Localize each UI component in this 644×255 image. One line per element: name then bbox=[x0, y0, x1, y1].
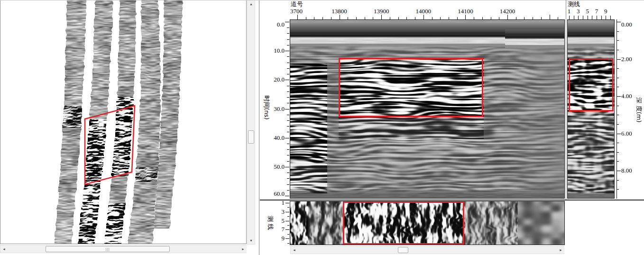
axis-tick bbox=[617, 161, 619, 162]
axis-tick bbox=[465, 15, 466, 19]
axis-tick bbox=[588, 16, 588, 19]
axis-tick bbox=[287, 173, 289, 173]
axis-tick bbox=[617, 115, 619, 115]
tick-label: 50.0 bbox=[264, 164, 285, 170]
map-vertical-scrollbar[interactable]: ▲ ▼ bbox=[247, 0, 255, 245]
axis-tick bbox=[617, 22, 621, 22]
slice-scroll-left-button[interactable]: ◄ bbox=[291, 246, 298, 254]
trace-axis-title: 道号 bbox=[291, 1, 303, 8]
axis-tick bbox=[287, 132, 289, 132]
axis-tick bbox=[287, 103, 289, 103]
axis-tick bbox=[287, 207, 289, 208]
axis-tick bbox=[285, 212, 289, 212]
scroll-left-button[interactable]: ◄ bbox=[0, 246, 8, 253]
axis-tick bbox=[550, 15, 550, 19]
axis-tick bbox=[285, 203, 289, 203]
axis-tick bbox=[617, 31, 619, 32]
scroll-right-icon: ► bbox=[241, 247, 245, 251]
axis-tick bbox=[285, 221, 289, 221]
cross-section-canvas[interactable] bbox=[567, 19, 615, 199]
axis-tick bbox=[287, 74, 289, 74]
axis-tick bbox=[287, 56, 289, 57]
axis-tick bbox=[287, 27, 289, 28]
scroll-left-icon: ◄ bbox=[2, 247, 6, 251]
axis-tick bbox=[285, 109, 289, 109]
axis-tick bbox=[297, 15, 298, 19]
axis-tick bbox=[507, 15, 508, 19]
axis-tick bbox=[606, 16, 606, 19]
axis-tick bbox=[617, 189, 619, 190]
tick-label: 0.0 bbox=[264, 21, 285, 28]
axis-tick bbox=[574, 16, 574, 19]
axis-tick bbox=[287, 120, 289, 121]
slice-section-canvas[interactable] bbox=[290, 201, 565, 245]
axis-tick bbox=[617, 87, 619, 87]
slice-hscrollbar-thumb[interactable] bbox=[398, 247, 408, 253]
axis-tick bbox=[287, 97, 289, 98]
axis-tick bbox=[583, 16, 583, 19]
axis-tick bbox=[287, 33, 289, 34]
axis-tick bbox=[381, 15, 382, 19]
axis-tick bbox=[287, 45, 289, 46]
axis-tick bbox=[287, 234, 289, 235]
axis-tick bbox=[287, 86, 289, 86]
scroll-up-icon: ▲ bbox=[249, 2, 253, 6]
slice-horizontal-scrollbar[interactable]: ◄ ► bbox=[290, 246, 564, 254]
plan-map-view[interactable] bbox=[0, 0, 247, 244]
map-vscrollbar-thumb[interactable] bbox=[248, 130, 254, 144]
axis-tick bbox=[617, 152, 619, 153]
scroll-down-button[interactable]: ▼ bbox=[248, 237, 255, 244]
scrollbar-grip-icon: ||| bbox=[105, 247, 110, 251]
axis-tick bbox=[617, 59, 621, 60]
tick-label: 2.00 bbox=[621, 56, 632, 63]
axis-tick bbox=[287, 216, 289, 217]
map-horizontal-scrollbar[interactable]: ◄ ||| ► bbox=[0, 245, 247, 253]
tick-label: 6.00 bbox=[621, 130, 632, 137]
axis-tick bbox=[287, 68, 289, 69]
depth-axis-line bbox=[616, 19, 617, 199]
app-window: ▲ ▼ ◄ ||| ► 道号 3700138001390014000141001… bbox=[0, 0, 644, 255]
axis-tick bbox=[601, 16, 602, 19]
main-section-canvas[interactable] bbox=[290, 19, 565, 199]
axis-tick bbox=[617, 180, 619, 181]
axis-tick bbox=[287, 91, 289, 92]
axis-tick bbox=[617, 106, 619, 106]
axis-tick bbox=[592, 16, 592, 19]
scroll-left-icon: ◄ bbox=[293, 248, 296, 252]
tick-label: 14000 bbox=[409, 8, 438, 15]
axis-tick bbox=[287, 243, 289, 244]
map-hscrollbar-thumb[interactable]: ||| bbox=[46, 246, 170, 252]
tick-label: 9 bbox=[591, 8, 620, 15]
tick-label: 3700 bbox=[290, 8, 303, 15]
axis-tick bbox=[285, 229, 289, 230]
tick-label: 40.0 bbox=[264, 135, 285, 141]
tick-label: 13900 bbox=[367, 8, 396, 15]
tick-label: 0.00 bbox=[621, 21, 632, 28]
axis-tick bbox=[578, 16, 579, 19]
scroll-right-icon: ► bbox=[559, 248, 562, 252]
scroll-down-icon: ▼ bbox=[249, 239, 253, 242]
panel-splitter[interactable] bbox=[259, 0, 259, 255]
axis-tick bbox=[617, 78, 619, 78]
axis-tick bbox=[287, 39, 289, 40]
axis-tick bbox=[617, 50, 619, 50]
axis-tick bbox=[287, 144, 289, 144]
axis-tick bbox=[287, 126, 289, 127]
axis-tick bbox=[287, 155, 289, 155]
scroll-up-button[interactable]: ▲ bbox=[248, 0, 255, 8]
tick-label: 20.0 bbox=[264, 76, 285, 83]
axis-tick bbox=[287, 115, 289, 115]
section-divider bbox=[260, 200, 644, 200]
axis-tick bbox=[617, 124, 619, 125]
tick-label: 10.0 bbox=[264, 47, 285, 54]
axis-tick bbox=[340, 15, 340, 19]
tick-label: 60.0 bbox=[264, 191, 285, 197]
tick-label: 1 bbox=[264, 200, 285, 206]
line-axis-top-title: 测线 bbox=[568, 1, 580, 8]
axis-tick bbox=[285, 238, 289, 239]
slice-scroll-right-button[interactable]: ► bbox=[557, 246, 564, 254]
map-canvas[interactable] bbox=[0, 0, 246, 244]
scroll-right-button[interactable]: ► bbox=[239, 246, 247, 253]
axis-tick bbox=[610, 16, 611, 19]
axis-tick bbox=[617, 143, 619, 143]
